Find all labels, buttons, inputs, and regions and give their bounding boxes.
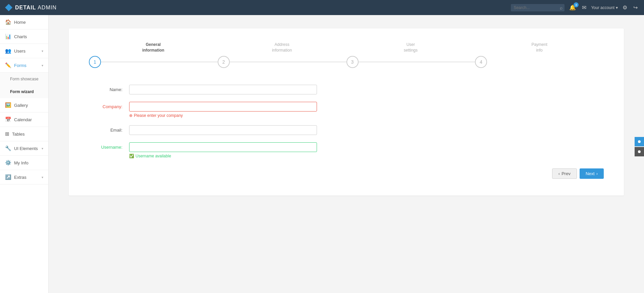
steps-wrapper: General information 1 Address informatio… [89, 42, 604, 68]
next-button[interactable]: Next › [580, 168, 604, 179]
success-icon: ✅ [129, 154, 134, 158]
label-email: Email: [89, 125, 122, 133]
step-connector-1-2 [101, 62, 218, 62]
my-info-icon: ⚙️ [5, 160, 11, 166]
sidebar-item-forms[interactable]: ✏️ Forms ▾ [0, 58, 48, 73]
float-button-blue[interactable] [635, 137, 644, 146]
forward-button[interactable]: ↪ [632, 3, 639, 12]
step-1-label: General information [142, 42, 164, 53]
sidebar-label-extras: Extras [14, 175, 26, 180]
label-username: Username: [89, 142, 122, 150]
home-icon: 🏠 [5, 19, 11, 25]
prev-button[interactable]: ‹ Prev [552, 168, 577, 179]
sidebar: 🏠 Home 📊 Charts 👥 Users ▾ ✏️ Forms ▾ For… [0, 15, 49, 293]
topnav: DETAIL ADMIN 🔔 8 ✉ Your account ▾ ⚙ ↪ [0, 0, 644, 15]
step-1: General information 1 [89, 42, 218, 68]
sidebar-label-gallery: Gallery [14, 103, 28, 108]
step-2-circle[interactable]: 2 [218, 56, 230, 68]
field-group-username: Username: ✅ Username available [89, 142, 604, 158]
step-4-circle[interactable]: 4 [475, 56, 487, 68]
mail-button[interactable]: ✉ [581, 3, 588, 12]
float-dot-blue [638, 140, 641, 143]
right-float-panel [635, 137, 644, 156]
field-group-company: Company: ⊗ Please enter your company [89, 102, 604, 118]
notification-badge: 8 [574, 2, 579, 7]
error-icon: ⊗ [129, 113, 132, 118]
input-company[interactable] [129, 102, 317, 112]
brand-title: DETAIL ADMIN [15, 5, 57, 11]
sidebar-label-users: Users [14, 49, 25, 54]
input-name[interactable] [129, 85, 317, 94]
sidebar-item-calendar[interactable]: 📅 Calendar [0, 113, 48, 127]
main-content: General information 1 Address informatio… [49, 15, 644, 293]
chevron-down-icon: ▾ [616, 5, 618, 10]
step-connector-3-4 [359, 62, 475, 62]
wizard-container: General information 1 Address informatio… [69, 28, 624, 196]
forms-submenu: Form showcase Form wizard [0, 73, 48, 98]
float-button-dark[interactable] [635, 147, 644, 156]
sidebar-item-my-info[interactable]: ⚙️ My Info [0, 156, 48, 170]
account-button[interactable]: Your account ▾ [591, 5, 618, 10]
input-username[interactable] [129, 142, 317, 152]
input-email[interactable] [129, 125, 317, 135]
sidebar-item-extras[interactable]: ↗️ Extras ▾ [0, 170, 48, 185]
field-wrap-username: ✅ Username available [129, 142, 317, 158]
next-icon: › [596, 171, 598, 176]
field-wrap-email [129, 125, 317, 135]
step-3-label: User settings [404, 42, 418, 53]
field-group-email: Email: [89, 125, 604, 135]
step-3: User settings 3 [346, 42, 475, 68]
sidebar-item-charts[interactable]: 📊 Charts [0, 29, 48, 44]
sidebar-label-my-info: My Info [14, 160, 29, 165]
sidebar-label-ui-elements: UI Elements [14, 146, 38, 151]
sidebar-label-calendar: Calendar [14, 117, 32, 122]
sidebar-item-form-wizard[interactable]: Form wizard [0, 85, 48, 98]
step-2: Address information 2 [218, 42, 346, 68]
charts-icon: 📊 [5, 33, 11, 40]
chevron-right-icon-extras: ▾ [42, 175, 43, 179]
sidebar-item-home[interactable]: 🏠 Home [0, 15, 48, 29]
sidebar-item-users[interactable]: 👥 Users ▾ [0, 44, 48, 58]
sidebar-label-form-showcase: Form showcase [10, 77, 39, 81]
field-group-name: Name: [89, 85, 604, 94]
step-3-circle[interactable]: 3 [346, 56, 359, 68]
extras-icon: ↗️ [5, 174, 11, 180]
brand: DETAIL ADMIN [5, 4, 57, 11]
tables-icon: ⊞ [5, 131, 9, 137]
prev-icon: ‹ [558, 171, 560, 176]
gallery-icon: 🖼️ [5, 102, 11, 108]
sidebar-label-forms: Forms [14, 63, 26, 68]
step-2-label: Address information [272, 42, 292, 53]
users-icon: 👥 [5, 48, 11, 54]
step-4-label: Payment info [531, 42, 547, 53]
field-wrap-company: ⊗ Please enter your company [129, 102, 317, 118]
field-wrap-name [129, 85, 317, 94]
chevron-right-icon: ▾ [42, 49, 43, 53]
chevron-down-icon-forms: ▾ [42, 64, 43, 67]
username-success-msg: ✅ Username available [129, 154, 317, 158]
wizard-buttons: ‹ Prev Next › [89, 168, 604, 179]
step-1-circle[interactable]: 1 [89, 56, 101, 68]
search-wrap [511, 4, 565, 11]
brand-icon [5, 4, 12, 11]
notification-bell-button[interactable]: 🔔 8 [568, 3, 577, 12]
calendar-icon: 📅 [5, 117, 11, 123]
sidebar-label-home: Home [14, 20, 26, 25]
company-error-msg: ⊗ Please enter your company [129, 113, 317, 118]
ui-elements-icon: 🔧 [5, 145, 11, 151]
label-company: Company: [89, 102, 122, 109]
sidebar-label-form-wizard: Form wizard [10, 89, 34, 94]
forms-icon: ✏️ [5, 62, 11, 68]
sidebar-item-ui-elements[interactable]: 🔧 UI Elements ▾ [0, 141, 48, 156]
sidebar-item-form-showcase[interactable]: Form showcase [0, 73, 48, 85]
sidebar-item-gallery[interactable]: 🖼️ Gallery [0, 98, 48, 113]
search-input[interactable] [511, 4, 565, 11]
step-4: Payment info 4 [475, 42, 604, 68]
topnav-right: 🔔 8 ✉ Your account ▾ ⚙ ↪ [511, 3, 639, 12]
label-name: Name: [89, 85, 122, 92]
sidebar-label-tables: Tables [12, 132, 25, 137]
settings-button[interactable]: ⚙ [621, 3, 629, 12]
float-dot-dark [638, 150, 641, 153]
sidebar-item-tables[interactable]: ⊞ Tables [0, 127, 48, 141]
sidebar-label-charts: Charts [14, 34, 27, 39]
